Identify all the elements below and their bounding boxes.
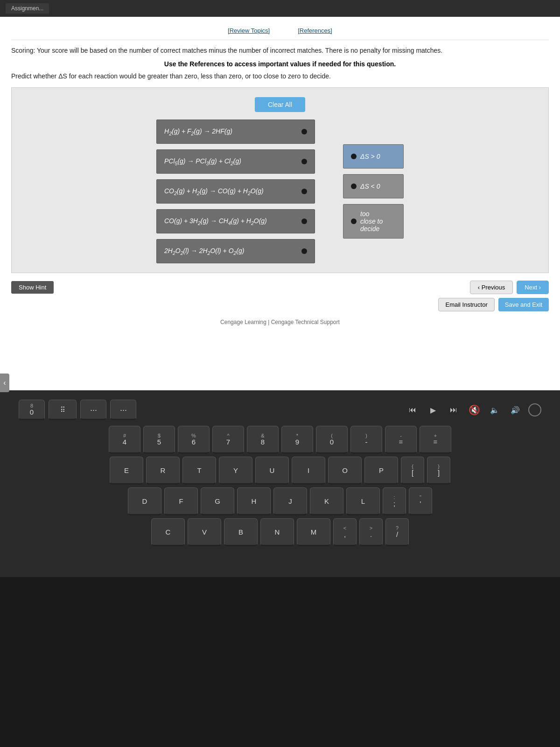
key-H[interactable]: H xyxy=(237,487,271,515)
answer-box-delta-s-pos[interactable]: ΔS > 0 xyxy=(343,144,404,169)
key-G[interactable]: G xyxy=(201,487,234,515)
key-percent-6[interactable]: % 6 xyxy=(178,426,210,454)
key-amp-8[interactable]: & 8 xyxy=(247,426,279,454)
key-minus-equals[interactable]: - = xyxy=(385,426,417,454)
reaction-dot-1 xyxy=(301,129,307,134)
key-lparen-0[interactable]: ( 0 xyxy=(316,426,348,454)
key-J[interactable]: J xyxy=(273,487,307,515)
reaction-box-2[interactable]: PCl5(g) → PCl3(g) + Cl2(g) xyxy=(156,149,315,174)
browser-tab[interactable]: Assignmen... xyxy=(6,3,49,14)
answer-dot-neg xyxy=(351,183,357,189)
key-gt-period[interactable]: >. xyxy=(359,518,383,546)
key-dollar-5[interactable]: $ 5 xyxy=(143,426,175,454)
clear-all-button[interactable]: Clear All xyxy=(255,97,305,112)
keyboard-fn-row: 8 0 ⠿ ⋯ ⋯ ⏮ ▶ ⏭ 🔇 🔈 🔊 xyxy=(19,400,541,420)
answer-text-close: tooclose todecide xyxy=(360,210,383,233)
keyboard-zxcv-row: C V B N M <, >. ?/ xyxy=(19,518,541,546)
reaction-box-4[interactable]: CO(g) + 3H2(g) → CH4(g) + H2O(g) xyxy=(156,209,315,233)
keyboard-qwerty-row: E R T Y U I O P {[ }] xyxy=(19,457,541,485)
email-instructor-button[interactable]: Email Instructor xyxy=(438,298,494,311)
key-F[interactable]: F xyxy=(164,487,198,515)
key-mute[interactable]: 🔇 xyxy=(467,405,482,415)
key-play[interactable]: ▶ xyxy=(426,405,441,415)
key-vol-down[interactable]: 🔈 xyxy=(487,405,502,415)
key-question[interactable]: ?/ xyxy=(385,518,409,546)
reaction-box-1[interactable]: H2(g) + F2(g) → 2HF(g) xyxy=(156,120,315,144)
top-links-bar: [Review Topics] [References] xyxy=(11,24,549,40)
reaction-dot-2 xyxy=(301,159,307,164)
answer-dot-pos xyxy=(351,154,357,159)
content-area: [Review Topics] [References] Scoring: Yo… xyxy=(0,17,560,390)
reaction-box-3[interactable]: CO2(g) + H2(g) → CO(g) + H2O(g) xyxy=(156,179,315,204)
key-rparen-dash[interactable]: ) - xyxy=(350,426,382,454)
sidebar-arrow[interactable]: ‹ xyxy=(0,374,9,392)
predict-text: Predict whether ΔS for each reaction wou… xyxy=(11,72,549,80)
show-hint-button[interactable]: Show Hint xyxy=(11,281,54,294)
key-colon[interactable]: :; xyxy=(383,487,406,515)
key-80[interactable]: 8 0 xyxy=(19,400,45,420)
answer-dot-close xyxy=(351,218,357,224)
keyboard-asdf-row: D F G H J K L :; "' xyxy=(19,487,541,515)
key-fastforward[interactable]: ⏭ xyxy=(446,405,461,415)
key-grid[interactable]: ⠿ xyxy=(49,400,77,420)
review-topics-link[interactable]: [Review Topics] xyxy=(228,27,270,34)
keyboard-fn-right: ⏮ ▶ ⏭ 🔇 🔈 🔊 xyxy=(405,403,541,416)
key-plus[interactable]: + = xyxy=(420,426,451,454)
key-O[interactable]: O xyxy=(328,457,362,485)
use-references-text: Use the References to access important v… xyxy=(11,60,549,68)
browser-bar: Assignmen... xyxy=(0,0,560,17)
key-R[interactable]: R xyxy=(146,457,180,485)
key-lt-comma[interactable]: <, xyxy=(333,518,357,546)
reaction-text-3: CO2(g) + H2(g) → CO(g) + H2O(g) xyxy=(164,187,264,196)
answer-text-neg: ΔS < 0 xyxy=(360,183,380,190)
key-K[interactable]: K xyxy=(310,487,343,515)
answer-box-delta-s-neg[interactable]: ΔS < 0 xyxy=(343,174,404,198)
key-C[interactable]: C xyxy=(151,518,185,546)
bottom-navigation: Show Hint ‹ Previous Next › xyxy=(11,281,549,294)
key-rbrace[interactable]: }] xyxy=(427,457,450,485)
key-L[interactable]: L xyxy=(346,487,380,515)
key-star-9[interactable]: * 9 xyxy=(281,426,313,454)
next-button[interactable]: Next › xyxy=(517,281,549,294)
matching-container: Clear All H2(g) + F2(g) → 2HF(g) PCl5(g)… xyxy=(11,87,549,273)
key-T[interactable]: T xyxy=(182,457,216,485)
key-P[interactable]: P xyxy=(364,457,398,485)
keyboard-number-row: # 4 $ 5 % 6 ^ 7 & 8 * 9 ( 0 ) - xyxy=(19,426,541,454)
key-quote[interactable]: "' xyxy=(409,487,432,515)
cengage-footer: Cengage Learning | Cengage Technical Sup… xyxy=(11,319,549,335)
key-N[interactable]: N xyxy=(260,518,294,546)
cengage-learning-link[interactable]: Cengage Learning xyxy=(220,319,266,325)
reactions-column: H2(g) + F2(g) → 2HF(g) PCl5(g) → PCl3(g)… xyxy=(156,120,315,263)
reaction-text-5: 2H2O2(l) → 2H2O(l) + O2(g) xyxy=(164,247,245,256)
key-dots2[interactable]: ⋯ xyxy=(110,400,136,420)
matching-columns: H2(g) + F2(g) → 2HF(g) PCl5(g) → PCl3(g)… xyxy=(21,120,539,263)
key-circle[interactable] xyxy=(528,403,541,416)
answer-text-pos: ΔS > 0 xyxy=(360,153,380,160)
reaction-box-5[interactable]: 2H2O2(l) → 2H2O(l) + O2(g) xyxy=(156,239,315,263)
reaction-dot-5 xyxy=(301,248,307,254)
answers-column: ΔS > 0 ΔS < 0 tooclose todecide xyxy=(343,144,404,239)
reaction-dot-4 xyxy=(301,218,307,224)
key-B[interactable]: B xyxy=(224,518,258,546)
key-E[interactable]: E xyxy=(110,457,143,485)
previous-button[interactable]: ‹ Previous xyxy=(470,281,513,294)
key-hash-4[interactable]: # 4 xyxy=(109,426,140,454)
cengage-support-link[interactable]: Cengage Technical Support xyxy=(271,319,340,325)
key-caret-7[interactable]: ^ 7 xyxy=(212,426,244,454)
key-V[interactable]: V xyxy=(188,518,221,546)
key-D[interactable]: D xyxy=(128,487,161,515)
key-U[interactable]: U xyxy=(255,457,289,485)
save-exit-button[interactable]: Save and Exit xyxy=(498,298,549,311)
key-Y[interactable]: Y xyxy=(219,457,252,485)
key-M[interactable]: M xyxy=(297,518,330,546)
key-vol-up[interactable]: 🔊 xyxy=(508,405,523,415)
key-lbrace[interactable]: {[ xyxy=(401,457,424,485)
key-dots1[interactable]: ⋯ xyxy=(80,400,106,420)
scoring-text: Scoring: Your score will be based on the… xyxy=(11,46,549,56)
reaction-dot-3 xyxy=(301,189,307,194)
answer-box-too-close[interactable]: tooclose todecide xyxy=(343,204,404,239)
key-I[interactable]: I xyxy=(292,457,325,485)
references-link[interactable]: [References] xyxy=(298,27,332,34)
key-rewind[interactable]: ⏮ xyxy=(405,405,420,415)
keyboard-area: 8 0 ⠿ ⋯ ⋯ ⏮ ▶ ⏭ 🔇 🔈 🔊 # 4 xyxy=(0,390,560,577)
